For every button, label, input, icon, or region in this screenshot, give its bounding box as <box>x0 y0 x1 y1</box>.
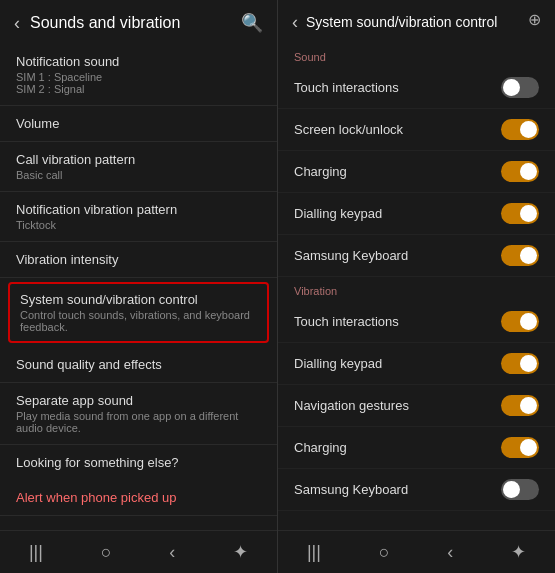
left-back-icon[interactable]: ‹ <box>14 13 20 34</box>
vib-dialling-toggle[interactable] <box>501 353 539 374</box>
right-nav-back[interactable]: ‹ <box>447 542 453 563</box>
separate-app-title: Separate app sound <box>16 393 261 408</box>
right-nav-recent[interactable]: ||| <box>307 542 321 563</box>
call-vibration-item[interactable]: Call vibration pattern Basic call <box>0 142 277 192</box>
left-search-icon[interactable]: 🔍 <box>241 12 263 34</box>
left-title: Sounds and vibration <box>30 14 241 32</box>
sound-touch-label: Touch interactions <box>294 80 399 95</box>
volume-title: Volume <box>16 116 261 131</box>
left-nav-home[interactable]: ○ <box>101 542 112 563</box>
vib-keyboard-row[interactable]: Samsung Keyboard <box>278 469 555 511</box>
separate-app-item[interactable]: Separate app sound Play media sound from… <box>0 383 277 445</box>
system-sound-subtitle: Control touch sounds, vibrations, and ke… <box>20 309 257 333</box>
system-sound-title: System sound/vibration control <box>20 292 257 307</box>
left-panel: ‹ Sounds and vibration 🔍 Notification so… <box>0 0 277 573</box>
right-nav-extra[interactable]: ✦ <box>511 541 526 563</box>
right-back-icon[interactable]: ‹ <box>292 12 298 33</box>
looking-title: Looking for something else? <box>16 455 261 470</box>
sound-keyboard-row[interactable]: Samsung Keyboard <box>278 235 555 277</box>
vib-charging-toggle[interactable] <box>501 437 539 458</box>
right-header: ‹ System sound/vibration control ⊕ <box>278 0 555 43</box>
vib-navigation-label: Navigation gestures <box>294 398 409 413</box>
right-bottom-nav: ||| ○ ‹ ✦ <box>278 530 555 573</box>
call-vibration-subtitle: Basic call <box>16 169 261 181</box>
sound-screenlock-toggle[interactable] <box>501 119 539 140</box>
vibration-intensity-title: Vibration intensity <box>16 252 261 267</box>
notification-sound-item[interactable]: Notification sound SIM 1 : SpacelineSIM … <box>0 44 277 106</box>
notif-vibration-title: Notification vibration pattern <box>16 202 261 217</box>
sound-touch-toggle[interactable] <box>501 77 539 98</box>
vib-keyboard-toggle[interactable] <box>501 479 539 500</box>
sound-screenlock-row[interactable]: Screen lock/unlock <box>278 109 555 151</box>
sound-touch-row[interactable]: Touch interactions <box>278 67 555 109</box>
zoom-icon[interactable]: ⊕ <box>528 10 541 29</box>
vib-charging-row[interactable]: Charging <box>278 427 555 469</box>
sound-dialling-label: Dialling keypad <box>294 206 382 221</box>
right-title: System sound/vibration control <box>306 14 541 31</box>
vib-dialling-row[interactable]: Dialling keypad <box>278 343 555 385</box>
notif-vibration-subtitle: Ticktock <box>16 219 261 231</box>
system-sound-item[interactable]: System sound/vibration control Control t… <box>8 282 269 343</box>
vib-charging-label: Charging <box>294 440 347 455</box>
left-nav-recent[interactable]: ||| <box>29 542 43 563</box>
notification-sound-title: Notification sound <box>16 54 261 69</box>
right-nav-home[interactable]: ○ <box>379 542 390 563</box>
sound-keyboard-toggle[interactable] <box>501 245 539 266</box>
sound-section-header: Sound <box>278 43 555 67</box>
vib-touch-label: Touch interactions <box>294 314 399 329</box>
left-content: Notification sound SIM 1 : SpacelineSIM … <box>0 44 277 530</box>
sound-charging-toggle[interactable] <box>501 161 539 182</box>
vib-dialling-label: Dialling keypad <box>294 356 382 371</box>
sound-quality-title: Sound quality and effects <box>16 357 261 372</box>
separate-app-subtitle: Play media sound from one app on a diffe… <box>16 410 261 434</box>
sound-charging-row[interactable]: Charging <box>278 151 555 193</box>
looking-section: Looking for something else? <box>0 445 277 480</box>
left-header: ‹ Sounds and vibration 🔍 <box>0 0 277 44</box>
left-nav-extra[interactable]: ✦ <box>233 541 248 563</box>
sound-charging-label: Charging <box>294 164 347 179</box>
vib-touch-toggle[interactable] <box>501 311 539 332</box>
call-vibration-title: Call vibration pattern <box>16 152 261 167</box>
vib-navigation-row[interactable]: Navigation gestures <box>278 385 555 427</box>
notif-vibration-item[interactable]: Notification vibration pattern Ticktock <box>0 192 277 242</box>
vib-navigation-toggle[interactable] <box>501 395 539 416</box>
vib-keyboard-label: Samsung Keyboard <box>294 482 408 497</box>
sound-keyboard-label: Samsung Keyboard <box>294 248 408 263</box>
notification-sound-subtitle: SIM 1 : SpacelineSIM 2 : Signal <box>16 71 261 95</box>
vibration-intensity-item[interactable]: Vibration intensity <box>0 242 277 278</box>
sound-quality-item[interactable]: Sound quality and effects <box>0 347 277 383</box>
alert-item[interactable]: Alert when phone picked up <box>0 480 277 516</box>
sound-dialling-toggle[interactable] <box>501 203 539 224</box>
vib-touch-row[interactable]: Touch interactions <box>278 301 555 343</box>
sound-dialling-row[interactable]: Dialling keypad <box>278 193 555 235</box>
right-content: Sound Touch interactions Screen lock/unl… <box>278 43 555 530</box>
right-panel: ‹ System sound/vibration control ⊕ Sound… <box>277 0 555 573</box>
left-nav-back[interactable]: ‹ <box>169 542 175 563</box>
volume-item[interactable]: Volume <box>0 106 277 142</box>
alert-link[interactable]: Alert when phone picked up <box>16 490 261 505</box>
left-bottom-nav: ||| ○ ‹ ✦ <box>0 530 277 573</box>
sound-screenlock-label: Screen lock/unlock <box>294 122 403 137</box>
vibration-section-header: Vibration <box>278 277 555 301</box>
